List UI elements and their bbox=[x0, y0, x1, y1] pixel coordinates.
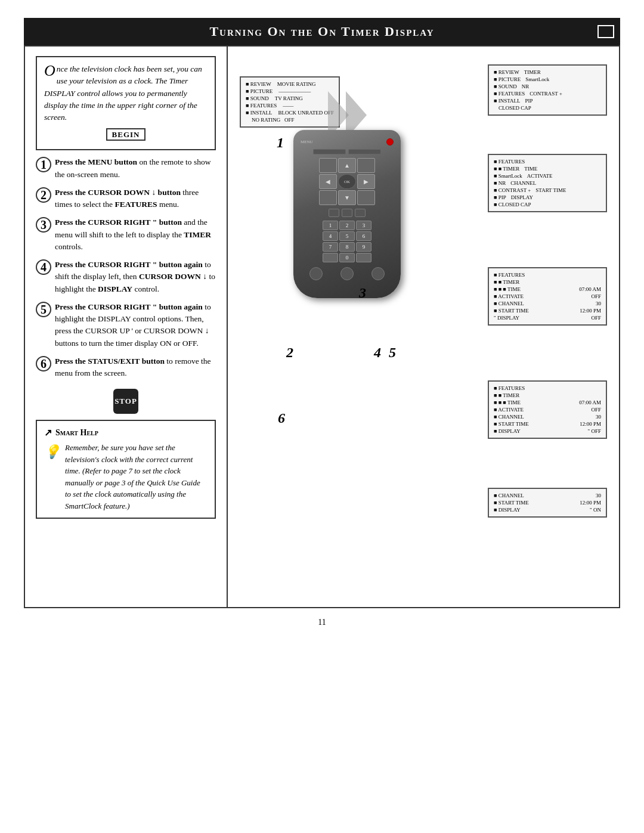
rm3-row7: " DISPLAYOFF bbox=[494, 314, 601, 321]
rm5-row1: ■ CHANNEL30 bbox=[494, 492, 601, 499]
media-buttons bbox=[301, 209, 394, 217]
step-3-num: 3 bbox=[36, 217, 51, 233]
bottom-buttons bbox=[301, 267, 394, 280]
step-3-text: Press the CURSOR RIGHT " button and the … bbox=[55, 216, 216, 253]
num-7[interactable]: 7 bbox=[323, 242, 338, 252]
dpad-up-btn[interactable]: ▲ bbox=[338, 158, 356, 173]
rm1-row4: ■ FEATURESCONTRAST + bbox=[494, 90, 601, 97]
num-4[interactable]: 4 bbox=[323, 231, 338, 241]
tlm-row: ■ FEATURES—— bbox=[246, 102, 334, 109]
rm4-row7: ■ DISPLAY" OFF bbox=[494, 428, 601, 435]
page-title-bar: Turning On the On Timer Display bbox=[24, 18, 620, 45]
right-menu-2: ■ FEATURES ■ ■ TIMERTIME ■ SmartLockACTI… bbox=[488, 154, 607, 212]
tlm-row: ■ PICTURE—————— bbox=[246, 88, 334, 95]
dpad-down-btn[interactable]: ▼ bbox=[338, 190, 356, 205]
dpad-empty-br bbox=[357, 190, 375, 205]
media-btn-1[interactable] bbox=[329, 209, 339, 217]
intro-text: Once the television clock has been set, … bbox=[44, 63, 208, 123]
smart-help-box: ↗ Smart Help 💡 Remember, be sure you hav… bbox=[36, 420, 216, 519]
stop-indicator: STOP bbox=[36, 389, 216, 414]
num-9[interactable]: 9 bbox=[356, 242, 371, 252]
right-menu-1: ■ REVIEWTIMER ■ PICTURESmartLock ■ SOUND… bbox=[488, 64, 607, 116]
step-2-text: Press the CURSOR DOWN ↓ button three tim… bbox=[55, 187, 216, 211]
step-1-num: 1 bbox=[36, 157, 51, 172]
right-menu-3: ■ FEATURES ■ ■ TIMER ■ ■ ■ TIME07:00 AM … bbox=[488, 267, 607, 326]
rm3-row2: ■ ■ TIMER bbox=[494, 278, 601, 286]
menu-screen-topleft: ■ REVIEWMOVIE RATING ■ PICTURE—————— ■ S… bbox=[240, 76, 340, 128]
rm4-row4: ■ ACTIVATEOFF bbox=[494, 406, 601, 413]
step-4: 4 Press the CURSOR RIGHT " button again … bbox=[36, 259, 216, 295]
rm1-row3: ■ SOUNDNR bbox=[494, 83, 601, 90]
media-btn-3[interactable] bbox=[355, 209, 366, 217]
num-5[interactable]: 5 bbox=[339, 231, 355, 241]
remote-btn-1[interactable] bbox=[313, 149, 346, 154]
diag-step-3: 3 bbox=[359, 285, 366, 301]
remote-top-btns bbox=[301, 149, 394, 154]
rm4-row1: ■ FEATURES bbox=[494, 385, 601, 392]
num-blank-r bbox=[356, 253, 371, 262]
rm2-row6: ■ PIPDISPLAY bbox=[494, 194, 601, 201]
remote-top-row: MENU bbox=[301, 138, 394, 145]
corner-box bbox=[597, 25, 614, 38]
smart-help-text: Remember, be sure you have set the telev… bbox=[65, 442, 208, 512]
rm3-row6: ■ START TIME12:00 PM bbox=[494, 307, 601, 314]
media-btn-2[interactable] bbox=[342, 209, 352, 217]
smart-help-label: Smart Help bbox=[55, 428, 98, 438]
power-button[interactable] bbox=[386, 138, 394, 145]
rm2-row2: ■ ■ TIMERTIME bbox=[494, 165, 601, 172]
dpad-center-btn[interactable]: OK bbox=[338, 174, 356, 189]
remote-btn-2[interactable] bbox=[348, 149, 381, 154]
step-6-text: Press the STATUS/EXIT button to remove t… bbox=[55, 355, 216, 380]
num-2[interactable]: 2 bbox=[339, 221, 355, 230]
rm4-row2: ■ ■ TIMER bbox=[494, 392, 601, 399]
rm5-row3: ■ DISPLAY" ON bbox=[494, 506, 601, 513]
right-menu-5: ■ CHANNEL30 ■ START TIME12:00 PM ■ DISPL… bbox=[488, 488, 607, 518]
step-4-text: Press the CURSOR RIGHT " button again to… bbox=[55, 259, 216, 295]
tlm-row: ■ INSTALLBLOCK UNRATED OFF bbox=[246, 109, 334, 116]
num-1[interactable]: 1 bbox=[323, 221, 338, 230]
diag-step-6: 6 bbox=[278, 410, 285, 426]
diag-step-1: 1 bbox=[277, 135, 284, 151]
num-3[interactable]: 3 bbox=[356, 221, 371, 230]
intro-box: Once the television clock has been set, … bbox=[36, 56, 216, 150]
dpad-left-btn[interactable]: ◀ bbox=[319, 174, 337, 189]
main-content: Once the television clock has been set, … bbox=[24, 45, 620, 608]
bottom-btn-1[interactable] bbox=[309, 267, 323, 280]
begin-label: BEGIN bbox=[44, 128, 208, 141]
drop-cap: O bbox=[44, 63, 55, 79]
rm2-row5: ■ CONTRAST +START TIME bbox=[494, 187, 601, 194]
rm3-row3: ■ ■ ■ TIME07:00 AM bbox=[494, 286, 601, 293]
intro-body: nce the television clock has been set, y… bbox=[44, 64, 202, 122]
tlm-row: ■ REVIEWMOVIE RATING bbox=[246, 80, 334, 88]
step-5-text: Press the CURSOR RIGHT " button again to… bbox=[55, 301, 216, 349]
tlm-row: NO RATING OFF bbox=[246, 116, 334, 123]
num-0[interactable]: 0 bbox=[339, 253, 355, 262]
stop-label: STOP bbox=[113, 389, 138, 414]
right-menu-4: ■ FEATURES ■ ■ TIMER ■ ■ ■ TIME07:00 AM … bbox=[488, 380, 607, 439]
remote-brand-label: MENU bbox=[301, 140, 313, 144]
left-panel: Once the television clock has been set, … bbox=[25, 47, 228, 607]
rm3-row4: ■ ACTIVATEOFF bbox=[494, 293, 601, 300]
dpad-empty-tl bbox=[319, 158, 337, 173]
num-8[interactable]: 8 bbox=[339, 242, 355, 252]
rm3-row1: ■ FEATURES bbox=[494, 271, 601, 278]
numpad: 1 2 3 4 5 6 7 8 9 0 bbox=[301, 221, 394, 262]
page-title: Turning On the On Timer Display bbox=[209, 24, 434, 39]
dpad-right-btn[interactable]: ▶ bbox=[357, 174, 375, 189]
num-6[interactable]: 6 bbox=[356, 231, 371, 241]
step-6-num: 6 bbox=[36, 356, 51, 371]
rm4-row6: ■ START TIME12:00 PM bbox=[494, 420, 601, 428]
bottom-btn-3[interactable] bbox=[371, 267, 385, 280]
dpad-empty-bl bbox=[319, 190, 337, 205]
smart-help-title: ↗ Smart Help bbox=[44, 427, 208, 438]
rm4-row5: ■ CHANNEL30 bbox=[494, 413, 601, 420]
rm2-row7: ■ CLOSED CAP bbox=[494, 201, 601, 208]
step-4-num: 4 bbox=[36, 259, 51, 275]
rm4-row3: ■ ■ ■ TIME07:00 AM bbox=[494, 399, 601, 406]
diagram-area: ■ REVIEWMOVIE RATING ■ PICTURE—————— ■ S… bbox=[234, 58, 613, 595]
rm1-row1: ■ REVIEWTIMER bbox=[494, 69, 601, 76]
diag-step-5: 5 bbox=[389, 345, 396, 361]
bottom-btn-2[interactable] bbox=[340, 267, 354, 280]
rm1-row2: ■ PICTURESmartLock bbox=[494, 76, 601, 83]
rm5-row2: ■ START TIME12:00 PM bbox=[494, 499, 601, 506]
